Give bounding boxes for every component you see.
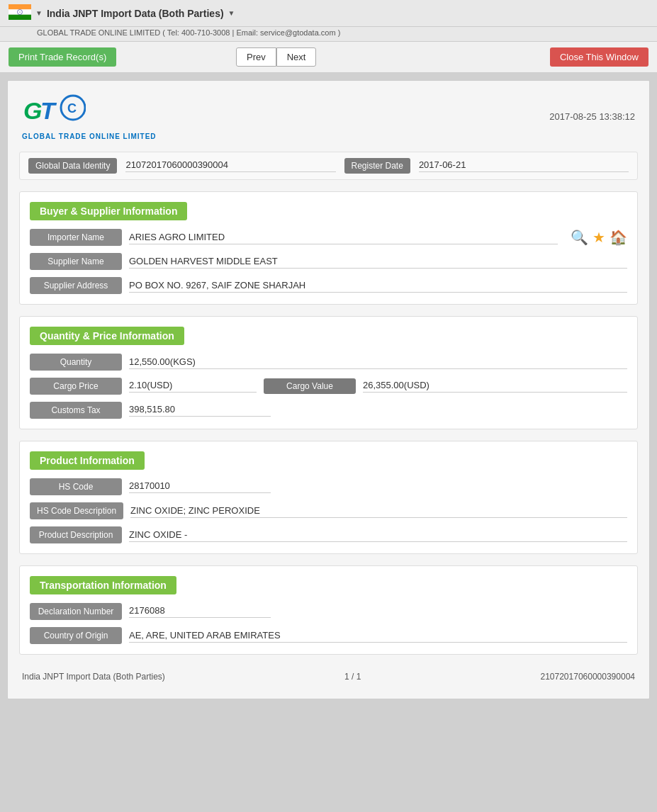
action-icons: 🔍 ★ 🏠 (571, 229, 627, 246)
hs-code-desc-row: HS Code Description ZINC OXIDE; ZINC PER… (30, 502, 627, 519)
page-title: India JNPT Import Data (Both Parties) (47, 8, 224, 19)
search-company-icon[interactable]: 🔍 (571, 229, 588, 246)
subtitle-bar: GLOBAL TRADE ONLINE LIMITED ( Tel: 400-7… (0, 27, 657, 42)
quantity-price-title: Quantity & Price Information (30, 327, 184, 345)
global-data-identity-value: 21072017060000390004 (125, 159, 335, 172)
svg-text:C: C (67, 101, 77, 115)
country-origin-value: AE, ARE, UNITED ARAB EMIRATES (129, 628, 627, 643)
country-origin-label: Country of Origin (30, 627, 122, 644)
logo-text: GLOBAL TRADE ONLINE LIMITED (22, 132, 157, 140)
cargo-value-value: 26,355.00(USD) (363, 380, 627, 393)
svg-point-4 (19, 11, 20, 12)
importer-value: ARIES AGRO LIMITED (129, 230, 558, 244)
buyer-supplier-title: Buyer & Supplier Information (30, 202, 187, 220)
product-title: Product Information (30, 451, 145, 470)
svg-text:T: T (40, 97, 57, 124)
declaration-value: 2176088 (129, 605, 271, 618)
hs-code-value: 28170010 (129, 480, 271, 493)
cargo-value-label: Cargo Value (264, 378, 356, 394)
supplier-address-row: Supplier Address PO BOX NO. 9267, SAIF Z… (30, 277, 627, 294)
logo-area: G T C GLOBAL TRADE ONLINE LIMITED (22, 92, 157, 140)
print-button[interactable]: Print Trade Record(s) (9, 47, 116, 67)
importer-label: Importer Name (30, 229, 122, 246)
declaration-row: Declaration Number 2176088 (30, 603, 627, 620)
transportation-section: Transportation Information Declaration N… (19, 565, 638, 655)
gtc-logo-icon: G T C (22, 92, 86, 131)
supplier-address-value: PO BOX NO. 9267, SAIF ZONE SHARJAH (129, 278, 627, 293)
register-date-label: Register Date (344, 158, 410, 174)
footer-center: 1 / 1 (344, 672, 361, 682)
quantity-price-section: Quantity & Price Information Quantity 12… (19, 316, 638, 429)
product-section: Product Information HS Code 28170010 HS … (19, 441, 638, 554)
quantity-value: 12,550.00(KGS) (129, 355, 627, 369)
cargo-row: Cargo Price 2.10(USD) Cargo Value 26,355… (30, 378, 627, 395)
customs-tax-label: Customs Tax (30, 402, 122, 419)
importer-row: Importer Name ARIES AGRO LIMITED 🔍 ★ 🏠 (30, 229, 627, 246)
record-timestamp: 2017-08-25 13:38:12 (549, 111, 635, 122)
main-content: G T C GLOBAL TRADE ONLINE LIMITED 2017-0… (7, 80, 650, 699)
hs-code-label: HS Code (30, 478, 122, 495)
declaration-label: Declaration Number (30, 603, 122, 620)
svg-rect-0 (9, 4, 31, 9)
quantity-label: Quantity (30, 354, 122, 371)
top-bar: ▼ India JNPT Import Data (Both Parties) … (0, 0, 657, 27)
supplier-address-label: Supplier Address (30, 277, 122, 294)
global-data-identity-label: Global Data Identity (28, 158, 117, 174)
svg-text:G: G (23, 97, 42, 124)
flag-dropdown[interactable]: ▼ (35, 9, 43, 17)
customs-tax-value: 398,515.80 (129, 404, 271, 417)
product-desc-row: Product Description ZINC OXIDE - (30, 526, 627, 543)
identity-row: Global Data Identity 2107201706000039000… (19, 152, 638, 180)
cargo-price-value: 2.10(USD) (129, 380, 257, 393)
close-window-button[interactable]: Close This Window (550, 47, 648, 67)
india-flag-icon (9, 4, 31, 20)
supplier-name-row: Supplier Name GOLDEN HARVEST MIDDLE EAST (30, 253, 627, 270)
product-desc-label: Product Description (30, 526, 122, 543)
hs-code-desc-value: ZINC OXIDE; ZINC PEROXIDE (130, 504, 627, 518)
footer-right: 21072017060000390004 (541, 672, 635, 682)
hs-code-row: HS Code 28170010 (30, 478, 627, 495)
record-footer: India JNPT Import Data (Both Parties) 1 … (19, 666, 638, 687)
home-icon[interactable]: 🏠 (610, 229, 627, 246)
record-header: G T C GLOBAL TRADE ONLINE LIMITED 2017-0… (19, 92, 638, 140)
nav-buttons-group: Prev Next (236, 47, 316, 67)
toolbar: Print Trade Record(s) Prev Next Close Th… (0, 42, 657, 73)
buyer-supplier-section: Buyer & Supplier Information Importer Na… (19, 191, 638, 305)
next-button[interactable]: Next (276, 47, 317, 67)
prev-button[interactable]: Prev (236, 47, 276, 67)
transportation-title: Transportation Information (30, 576, 176, 594)
title-dropdown[interactable]: ▼ (228, 9, 235, 17)
logo-graphic: G T C (22, 92, 86, 131)
supplier-name-value: GOLDEN HARVEST MIDDLE EAST (129, 254, 627, 269)
country-origin-row: Country of Origin AE, ARE, UNITED ARAB E… (30, 627, 627, 644)
flag-container (9, 4, 31, 22)
product-desc-value: ZINC OXIDE - (129, 528, 627, 542)
footer-left: India JNPT Import Data (Both Parties) (22, 672, 165, 682)
supplier-name-label: Supplier Name (30, 253, 122, 270)
quantity-row: Quantity 12,550.00(KGS) (30, 354, 627, 371)
register-date-value: 2017-06-21 (419, 159, 629, 172)
hs-code-desc-label: HS Code Description (30, 502, 123, 519)
star-icon[interactable]: ★ (593, 229, 605, 246)
customs-tax-row: Customs Tax 398,515.80 (30, 402, 627, 419)
svg-rect-2 (9, 15, 31, 20)
cargo-price-label: Cargo Price (30, 378, 122, 395)
